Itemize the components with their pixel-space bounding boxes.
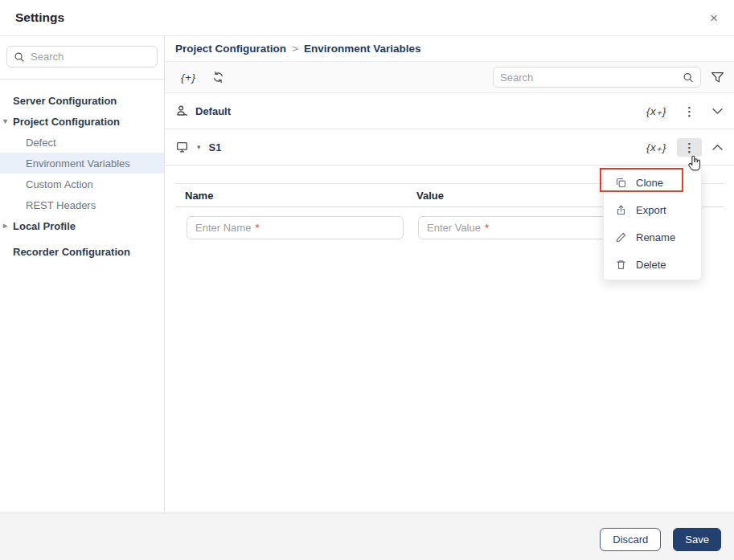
delete-trash-icon (615, 259, 627, 271)
menu-item-clone[interactable]: Clone (604, 169, 701, 196)
name-placeholder: Enter Name (195, 222, 251, 234)
kebab-menu-icon[interactable]: ⋮ (677, 138, 702, 157)
breadcrumb: Project Configuration > Environment Vari… (165, 36, 734, 62)
clone-icon (615, 177, 627, 189)
section-name: Default (195, 105, 231, 117)
sidebar-item-local-profile[interactable]: ▸ Local Profile (0, 215, 164, 236)
settings-dialog: Settings × Server Configuration ▾ Projec… (0, 0, 734, 560)
sidebar-item-defect[interactable]: Defect (0, 132, 164, 153)
sidebar-item-project-configuration[interactable]: ▾ Project Configuration (0, 111, 164, 132)
dialog-title: Settings (15, 10, 64, 25)
rename-pencil-icon (615, 231, 627, 243)
breadcrumb-item-project-configuration[interactable]: Project Configuration (175, 43, 286, 55)
menu-item-delete[interactable]: Delete (604, 251, 701, 278)
sidebar-item-rest-headers[interactable]: REST Headers (0, 194, 164, 215)
sidebar-item-server-configuration[interactable]: Server Configuration (0, 90, 164, 111)
section-context-menu: Clone Export Rename Delete (603, 166, 702, 280)
sidebar-item-label: Project Configuration (13, 116, 120, 128)
search-icon (14, 51, 25, 63)
dialog-footer: Discard Save (0, 513, 734, 560)
section-default: Default {x₊} ⋮ (165, 93, 734, 129)
value-placeholder: Enter Value (427, 222, 481, 234)
toolbar: {+} (165, 62, 734, 93)
add-variable-button[interactable]: {+} (181, 72, 195, 84)
name-input[interactable]: Enter Name * (187, 216, 404, 239)
caret-right-icon: ▸ (3, 222, 7, 230)
sidebar-item-label: Local Profile (13, 220, 76, 232)
chevron-down-icon[interactable] (712, 108, 723, 115)
column-header-name: Name (175, 190, 407, 202)
section-name: S1 (209, 141, 222, 153)
required-asterisk: * (485, 222, 489, 234)
caret-down-icon: ▾ (3, 117, 7, 125)
variables-icon[interactable]: {x₊} (646, 141, 666, 153)
export-icon (615, 204, 627, 216)
settings-sidebar: Server Configuration ▾ Project Configura… (0, 36, 165, 513)
sidebar-search-input[interactable] (31, 51, 150, 63)
section-s1: ▾ S1 {x₊} ⋮ (165, 129, 734, 166)
menu-item-rename[interactable]: Rename (604, 223, 701, 251)
menu-item-label: Delete (636, 259, 666, 271)
sidebar-search-box[interactable] (6, 46, 158, 67)
main-search-box[interactable] (493, 67, 701, 88)
sidebar-item-custom-action[interactable]: Custom Action (0, 174, 164, 194)
variables-icon[interactable]: {x₊} (646, 104, 666, 117)
kebab-menu-icon[interactable]: ⋮ (677, 102, 702, 121)
filter-funnel-icon (711, 72, 724, 84)
search-icon (683, 72, 694, 84)
sidebar-nav: Server Configuration ▾ Project Configura… (0, 80, 164, 262)
add-variable-icon: {+} (181, 72, 195, 84)
filter-button[interactable] (711, 72, 724, 84)
refresh-button[interactable] (211, 71, 225, 84)
sidebar-item-environment-variables[interactable]: Environment Variables (0, 153, 164, 174)
breadcrumb-separator: > (292, 43, 298, 55)
chevron-up-icon[interactable] (712, 144, 723, 151)
save-button[interactable]: Save (673, 528, 721, 551)
column-header-value: Value (407, 190, 444, 202)
monitor-icon (175, 141, 189, 153)
refresh-icon (211, 71, 225, 84)
menu-item-label: Export (636, 204, 666, 216)
menu-item-label: Rename (636, 231, 675, 243)
discard-button[interactable]: Discard (600, 528, 661, 551)
main-search-input[interactable] (500, 72, 683, 84)
sidebar-item-recorder-configuration[interactable]: Recorder Configuration (0, 241, 164, 262)
dialog-header: Settings × (0, 0, 734, 36)
close-icon[interactable]: × (707, 10, 721, 27)
user-group-icon (175, 104, 189, 117)
menu-item-export[interactable]: Export (604, 196, 701, 223)
menu-item-label: Clone (636, 177, 663, 189)
scope-caret-icon[interactable]: ▾ (197, 143, 201, 151)
required-asterisk: * (255, 222, 259, 234)
breadcrumb-item-environment-variables: Environment Variables (304, 43, 421, 55)
